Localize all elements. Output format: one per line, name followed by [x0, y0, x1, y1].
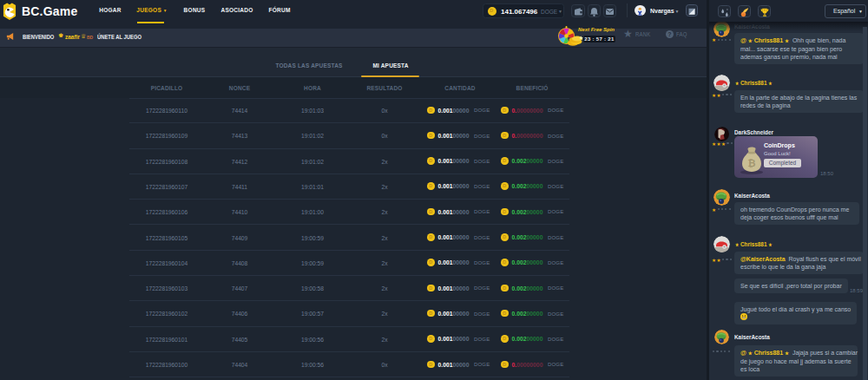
svg-text:₿: ₿: [748, 158, 756, 168]
